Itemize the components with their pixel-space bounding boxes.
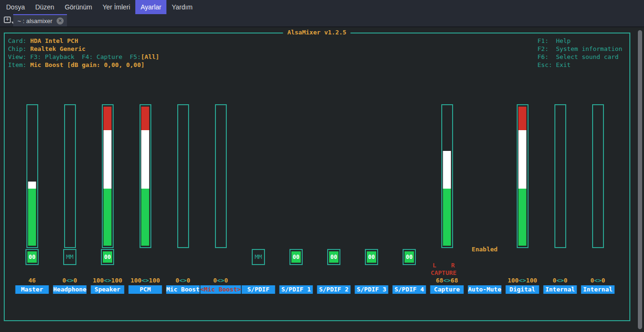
seg-green <box>141 189 149 246</box>
value-number: 0 <box>187 277 190 284</box>
value-number: 0 <box>224 277 228 284</box>
seg-red <box>519 107 527 130</box>
channel-value-internal-14: 0<>0 <box>553 277 567 284</box>
value-number: 100 <box>526 277 537 284</box>
value-number: 100 <box>111 277 122 284</box>
info-label: Item: <box>8 61 30 68</box>
value-number: 100 <box>131 277 141 284</box>
channel-label-s-pdif-6[interactable]: S/PDIF <box>242 285 275 294</box>
channel-value-pcm-3: 100<>100 <box>131 277 160 284</box>
mute-switch-s-pdif-1-7[interactable]: 00 <box>289 249 303 265</box>
volume-fill-speaker-2 <box>104 107 112 246</box>
volume-bar-speaker-2[interactable] <box>102 104 114 248</box>
channel-value-capture-11: 68<>68 <box>436 277 458 284</box>
channel-label-internal-15[interactable]: Internal <box>581 285 615 294</box>
volume-bar-internal-15[interactable] <box>592 104 604 248</box>
channel-label-master-0[interactable]: Master <box>16 285 49 294</box>
value-separator: <> <box>519 277 526 284</box>
info-row-3: Item: Mic Boost [dB gain: 0,00, 0,00] <box>8 62 145 68</box>
value-number: 0 <box>553 277 556 284</box>
volume-fill-master-0 <box>28 182 36 246</box>
value-number: 0 <box>62 277 66 284</box>
menu-item-dosya[interactable]: Dosya <box>1 0 30 14</box>
channel-label-s-pdif-1-7[interactable]: S/PDIF 1 <box>280 285 313 294</box>
help-row-1: F2: System information <box>537 46 622 52</box>
value-number: 100 <box>93 277 104 284</box>
info-row-2: View: F3: Playback F4: Capture F5:[All] <box>8 54 159 60</box>
mute-switch-s-pdif-4-10[interactable]: 00 <box>403 249 416 265</box>
mute-switch-speaker-2[interactable]: 00 <box>101 249 114 265</box>
seg-red <box>141 107 149 130</box>
info-value: Mic Boost [dB gain: 0,00, 0,00] <box>30 61 145 68</box>
volume-bar-mic-boost-4[interactable] <box>177 104 189 248</box>
seg-green <box>104 189 112 246</box>
volume-bar-internal-14[interactable] <box>554 104 566 248</box>
channel-value-mic-boost-4: 0<>0 <box>175 277 190 284</box>
seg-red <box>104 107 112 130</box>
channel-label-headphone-1[interactable]: Headphone <box>53 285 87 294</box>
volume-bar-headphone-1[interactable] <box>64 104 76 248</box>
tab-title: ~ : alsamixer <box>17 17 52 25</box>
value-number: 46 <box>28 277 36 284</box>
terminal-tab[interactable]: ~ : alsamixer ✕ <box>13 14 67 26</box>
value-separator: <> <box>141 277 149 284</box>
channel-label-auto-mute-12[interactable]: Auto-Mute <box>468 285 502 294</box>
mute-switch-master-0[interactable]: 00 <box>25 249 39 265</box>
menu-item-ayarlar[interactable]: Ayarlar <box>135 0 166 14</box>
channel-label-s-pdif-2-8[interactable]: S/PDIF 2 <box>317 285 351 294</box>
value-separator: <> <box>104 277 111 284</box>
seg-green <box>443 189 451 246</box>
channel-label-pcm-3[interactable]: PCM <box>129 285 162 294</box>
mute-state-on: 00 <box>405 251 414 263</box>
volume-fill-pcm-3 <box>141 107 149 246</box>
tab-bar: + ~ : alsamixer ✕ <box>0 14 644 27</box>
mute-state-on: 00 <box>367 251 376 263</box>
terminal-scrollbar[interactable] <box>638 30 642 329</box>
seg-white <box>28 182 36 189</box>
mute-switch-s-pdif-2-8[interactable]: 00 <box>327 249 340 265</box>
channel-label-internal-14[interactable]: Internal <box>544 285 577 294</box>
seg-white <box>519 130 527 189</box>
value-number: 0 <box>590 277 594 284</box>
info-value: [All] <box>141 53 159 60</box>
channel-value-digital-13: 100<>100 <box>508 277 537 284</box>
info-value: Realtek Generic <box>30 45 85 52</box>
mute-switch-s-pdif-6[interactable]: MM <box>252 249 265 265</box>
menu-item-d-zen[interactable]: Düzen <box>30 0 59 14</box>
channel-label-s-pdif-4-10[interactable]: S/PDIF 4 <box>393 285 426 294</box>
enum-value-auto-mute-12: Enabled <box>472 246 498 253</box>
volume-bar-capture-11[interactable] <box>441 104 453 248</box>
volume-bar-mic-boost-5[interactable] <box>215 104 227 248</box>
channel-label-speaker-2[interactable]: Speaker <box>91 285 124 294</box>
volume-fill-digital-13 <box>519 107 527 246</box>
info-row-0: Card: HDA Intel PCH <box>8 38 78 44</box>
help-row-2: F6: Select sound card <box>537 54 619 60</box>
volume-bar-digital-13[interactable] <box>517 104 528 248</box>
channel-label-s-pdif-3-9[interactable]: S/PDIF 3 <box>355 285 388 294</box>
menu-item-yer-i-mleri[interactable]: Yer İmleri <box>98 0 136 14</box>
value-number: 0 <box>175 277 179 284</box>
channel-label-mic-boost-5[interactable]: <Mic Boost> <box>200 285 241 294</box>
channel-value-headphone-1: 0<>0 <box>62 277 77 284</box>
tab-close-icon[interactable]: ✕ <box>57 17 64 25</box>
menu-item-yard-m[interactable]: Yardım <box>166 0 198 14</box>
value-separator: <> <box>443 277 451 284</box>
help-row-0: F1: Help <box>537 38 570 44</box>
channel-label-digital-13[interactable]: Digital <box>506 285 539 294</box>
mute-state-on: 00 <box>27 251 37 263</box>
value-number: 0 <box>602 277 605 284</box>
channel-label-mic-boost-4[interactable]: Mic Boost <box>166 285 200 294</box>
channel-label-capture-11[interactable]: Capture <box>430 285 464 294</box>
terminal-content[interactable]: AlsaMixer v1.2.5 Card: HDA Intel PCHChip… <box>0 27 644 332</box>
value-separator: <> <box>66 277 74 284</box>
menu-item-g-r-n-m[interactable]: Görünüm <box>59 0 97 14</box>
channel-value-internal-15: 0<>0 <box>590 277 605 284</box>
volume-bar-pcm-3[interactable] <box>140 104 151 248</box>
volume-bar-master-0[interactable] <box>26 104 38 248</box>
mute-state-muted: MM <box>66 254 74 260</box>
value-number: 68 <box>451 277 458 284</box>
value-separator: <> <box>556 277 564 284</box>
mute-switch-headphone-1[interactable]: MM <box>63 249 76 265</box>
seg-green <box>28 189 36 246</box>
mute-switch-s-pdif-3-9[interactable]: 00 <box>365 249 378 265</box>
